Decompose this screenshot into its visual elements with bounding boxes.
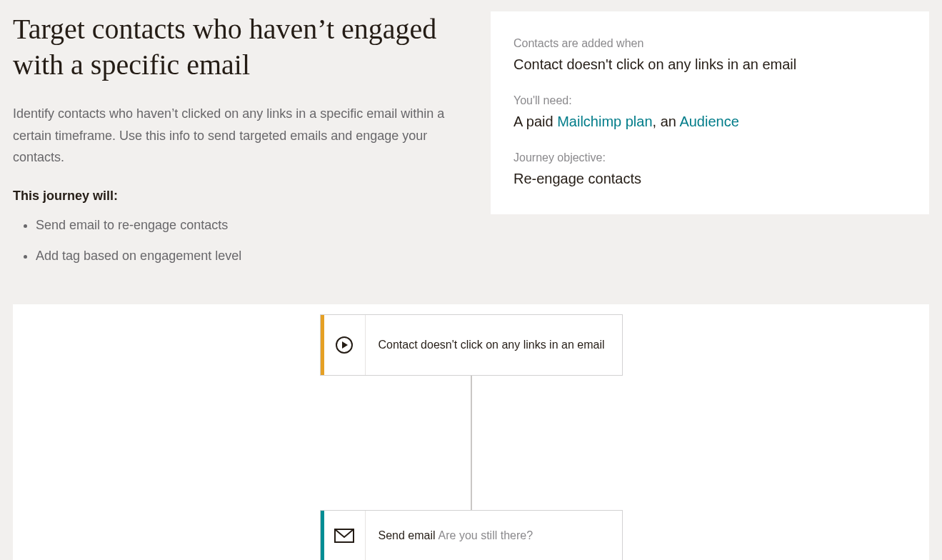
journey-will-heading: This journey will: [13, 189, 462, 204]
journey-email-node[interactable]: Send email Are you still there? [320, 510, 623, 560]
objective-label: Journey objective: [513, 151, 906, 164]
journey-will-item: Send email to re-engage contacts [36, 215, 462, 236]
flow-connector [471, 376, 472, 510]
journey-will-item: Add tag based on engagement level [36, 246, 462, 266]
you-need-mid: , an [653, 114, 680, 129]
svg-marker-1 [342, 341, 348, 349]
you-need-value: A paid Mailchimp plan, an Audience [513, 111, 906, 131]
start-node-label: Contact doesn't click on any links in an… [366, 315, 618, 375]
email-node-subject: Are you still there? [439, 527, 533, 544]
journey-start-node[interactable]: Contact doesn't click on any links in an… [320, 314, 623, 376]
play-circle-icon [324, 315, 366, 375]
journey-canvas: Contact doesn't click on any links in an… [13, 304, 929, 560]
mailchimp-plan-link[interactable]: Mailchimp plan [557, 114, 652, 129]
page-title: Target contacts who haven’t engaged with… [13, 11, 462, 83]
email-node-label: Send email Are you still there? [366, 511, 546, 560]
email-node-action: Send email [379, 527, 436, 544]
contacts-added-label: Contacts are added when [513, 37, 906, 50]
page-description: Identify contacts who haven’t clicked on… [13, 103, 462, 169]
contacts-added-value: Contact doesn't click on any links in an… [513, 54, 906, 74]
summary-card: Contacts are added when Contact doesn't … [491, 11, 929, 214]
journey-will-list: Send email to re-engage contacts Add tag… [13, 215, 462, 266]
you-need-label: You'll need: [513, 94, 906, 107]
objective-value: Re-engage contacts [513, 169, 906, 189]
you-need-prefix: A paid [513, 114, 557, 129]
envelope-icon [324, 511, 366, 560]
audience-link[interactable]: Audience [679, 114, 738, 129]
